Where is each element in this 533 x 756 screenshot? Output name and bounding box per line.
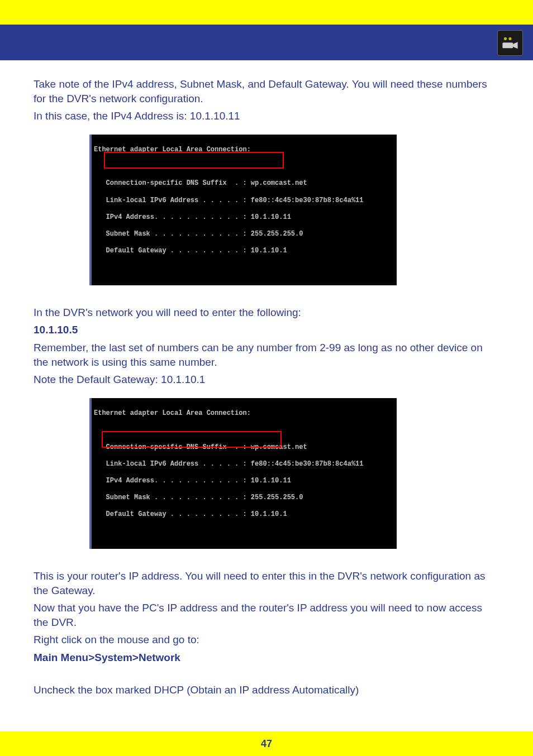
cmd2-row-4: Default Gateway . . . . . . . . . : 10.1… (94, 510, 393, 518)
cmd-output-1: Ethernet adapter Local Area Connection: … (89, 135, 397, 285)
trailing-paragraph-0: This is your router's IP address. You wi… (34, 569, 499, 597)
cmd1-row-1: Link-local IPv6 Address . . . . . : fe80… (94, 197, 393, 204)
cmd2-row-2: IPv4 Address. . . . . . . . . . . : 10.1… (94, 477, 393, 485)
cmd1-row-2: IPv4 Address. . . . . . . . . . . : 10.1… (94, 213, 393, 221)
cmd2-row-0: Connection-specific DNS Suffix . : wp.co… (94, 443, 393, 451)
svg-point-0 (504, 37, 507, 40)
footer-bar: 47 (0, 731, 533, 756)
svg-point-1 (508, 37, 511, 40)
cmd2-row-1: Link-local IPv6 Address . . . . . : fe80… (94, 460, 393, 468)
cmd1-title: Ethernet adapter Local Area Connection: (94, 146, 393, 154)
cmd2-title: Ethernet adapter Local Area Connection: (94, 409, 393, 417)
cmd1-row-4: Default Gateway . . . . . . . . . : 10.1… (94, 247, 393, 255)
trailing-paragraph-3: Main Menu>System>Network (34, 650, 499, 665)
svg-rect-2 (502, 42, 513, 48)
trailing-paragraph-1: Now that you have the PC's IP address an… (34, 601, 499, 629)
cmd2-row-3: Subnet Mask . . . . . . . . . . . : 255.… (94, 494, 393, 501)
header-blue-bar (0, 25, 533, 60)
intro-paragraph-1: Take note of the IPv4 address, Subnet Ma… (34, 77, 499, 106)
mid-paragraph-0: In the DVR's network you will need to en… (34, 305, 499, 320)
svg-marker-3 (513, 42, 518, 49)
cmd1-row-0: Connection-specific DNS Suffix . : wp.co… (94, 179, 393, 187)
trailing-paragraph-4: Uncheck the box marked DHCP (Obtain an I… (34, 683, 499, 697)
mid-paragraph-3: Note the Default Gateway: 10.1.10.1 (34, 372, 499, 387)
trailing-paragraph-2: Right click on the mouse and go to: (34, 633, 499, 647)
mid-paragraph-1: 10.1.10.5 (34, 323, 499, 337)
cmd1-row-3: Subnet Mask . . . . . . . . . . . : 255.… (94, 230, 393, 238)
page-number: 47 (261, 738, 272, 750)
cmd-output-2: Ethernet adapter Local Area Connection: … (89, 398, 397, 549)
mid-paragraph-2: Remember, the last set of numbers can be… (34, 341, 499, 369)
intro-paragraph-2: In this case, the IPv4 Address is: 10.1.… (34, 109, 499, 123)
dvr-camera-icon (497, 30, 523, 56)
top-yellow-bar (0, 0, 533, 25)
document-body: Take note of the IPv4 address, Subnet Ma… (0, 60, 533, 697)
